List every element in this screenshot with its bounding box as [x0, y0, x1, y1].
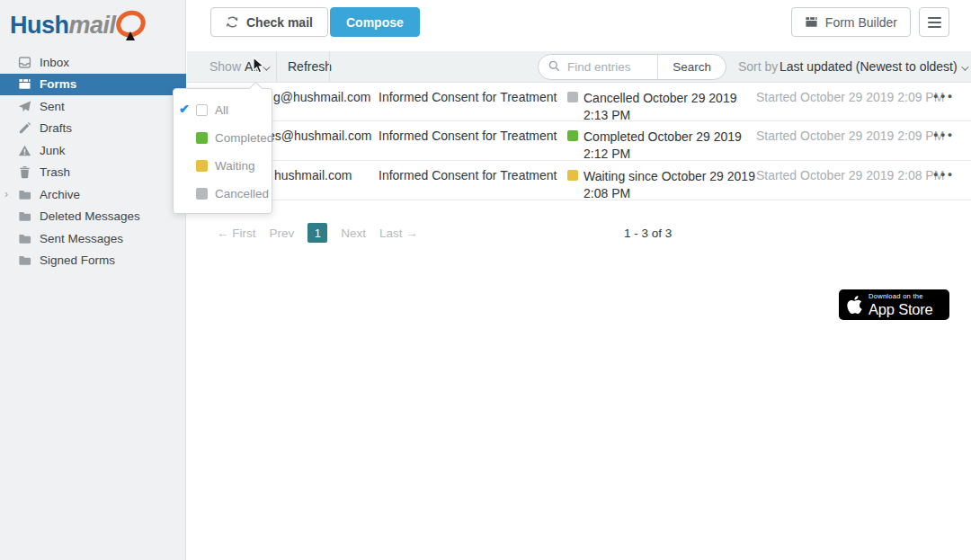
pagination-range: 1 - 3 of 3 — [624, 227, 672, 240]
compose-button[interactable]: Compose — [330, 7, 420, 37]
trash-icon — [17, 165, 31, 180]
inbox-icon — [17, 55, 31, 69]
filter-option-label: Cancelled — [215, 187, 269, 200]
status-swatch-cancelled — [196, 188, 208, 200]
chevron-down-icon — [263, 63, 270, 70]
sidebar-item-drafts[interactable]: Drafts — [0, 118, 186, 140]
sidebar-item-sent[interactable]: Sent — [0, 95, 186, 118]
sort-dropdown[interactable]: Last updated (Newest to oldest) — [779, 59, 967, 74]
entries-toolbar: Show All Refresh Search Sort by Last upd… — [187, 51, 971, 83]
sidebar-item-sent-messages[interactable]: Sent Messages — [0, 227, 186, 250]
sidebar-item-label: Signed Forms — [40, 253, 115, 267]
entry-subject: Informed Consent for Treatment — [379, 90, 557, 104]
sidebar-item-trash[interactable]: Trash — [0, 162, 186, 184]
row-actions-icon[interactable]: ●●● — [933, 92, 955, 101]
send-icon — [17, 99, 31, 113]
entry-status: Cancelled October 29 20192:13 PM — [583, 90, 763, 124]
hamburger-icon — [928, 14, 941, 31]
filter-option-label: Completed — [215, 131, 273, 145]
show-filter-menu: ✔ All Completed Waiting Cancelled — [173, 88, 272, 214]
sidebar-item-signed-forms[interactable]: Signed Forms — [0, 250, 186, 272]
sidebar: Hushmail Inbox Forms — [0, 0, 186, 560]
sidebar-item-label: Junk — [40, 144, 66, 157]
sidebar-item-forms[interactable]: Forms — [0, 74, 186, 96]
entry-email: hushmail.com — [274, 168, 352, 182]
search-icon — [548, 60, 560, 75]
hushmail-app: Hushmail Inbox Forms — [0, 0, 971, 560]
sidebar-item-inbox[interactable]: Inbox — [0, 51, 186, 74]
pencil-icon — [17, 121, 31, 136]
top-header: Check mail Compose Form Builder — [187, 0, 971, 51]
entries-list: g@hushmail.com Informed Consent for Trea… — [187, 83, 971, 200]
entry-started: Started October 29 2019 2:09 PM — [756, 129, 944, 143]
sidebar-item-deleted-messages[interactable]: Deleted Messages — [0, 206, 186, 228]
row-actions-icon[interactable]: ●●● — [933, 130, 955, 139]
status-swatch-completed — [196, 132, 208, 144]
folder-icon — [17, 253, 31, 268]
folder-nav: Inbox Forms Sent Drafts — [0, 51, 186, 271]
app-store-tagline: Download on the — [869, 293, 933, 300]
chevron-right-icon[interactable]: › — [4, 188, 8, 200]
show-label: Show — [209, 59, 241, 74]
status-swatch-cancelled — [567, 92, 578, 102]
search-button[interactable]: Search — [658, 60, 726, 74]
check-mail-button[interactable]: Check mail — [210, 7, 328, 37]
refresh-entries-button[interactable]: Refresh — [288, 59, 332, 74]
pagination-current-page[interactable]: 1 — [307, 223, 327, 243]
refresh-icon — [226, 15, 239, 29]
pagination: ← First Prev 1 Next Last → 1 - 3 of 3 — [187, 223, 971, 250]
folder-icon — [17, 209, 31, 224]
search-input[interactable] — [567, 60, 657, 74]
entry-started: Started October 29 2019 2:09 PM — [756, 90, 944, 104]
warning-icon — [17, 143, 31, 157]
entry-subject: Informed Consent for Treatment — [379, 129, 557, 143]
sidebar-item-label: Inbox — [40, 56, 69, 69]
filter-option-label: Waiting — [215, 159, 255, 173]
sidebar-item-label: Trash — [40, 165, 70, 179]
sidebar-item-archive[interactable]: › Archive — [0, 183, 186, 206]
entry-started: Started October 29 2019 2:08 PM — [756, 168, 944, 182]
sidebar-item-label: Drafts — [40, 121, 72, 135]
entry-email: es@hushmail.com — [268, 129, 371, 143]
filter-option-completed[interactable]: Completed — [174, 124, 272, 152]
status-swatch-waiting — [567, 170, 578, 181]
forms-icon — [17, 77, 31, 92]
logo-wordmark: Hushmail — [10, 12, 116, 40]
filter-option-all[interactable]: ✔ All — [174, 96, 272, 124]
row-actions-icon[interactable]: ●●● — [933, 170, 955, 179]
toolbar-divider — [329, 51, 330, 82]
folder-icon — [17, 187, 31, 201]
entry-row[interactable]: g@hushmail.com Informed Consent for Trea… — [187, 83, 971, 121]
app-store-badge[interactable]: Download on the App Store — [839, 289, 949, 320]
status-swatch-completed — [567, 130, 578, 141]
sort-by-label: Sort by — [738, 59, 778, 74]
entry-subject: Informed Consent for Treatment — [379, 168, 557, 182]
pagination-prev[interactable]: Prev — [270, 227, 295, 240]
folder-icon — [17, 231, 31, 245]
form-builder-button[interactable]: Form Builder — [791, 7, 911, 37]
pagination-last[interactable]: Last → — [379, 227, 418, 240]
hushmail-logo: Hushmail — [10, 10, 150, 40]
pagination-first[interactable]: ← First — [217, 227, 256, 240]
menu-button[interactable] — [919, 7, 949, 37]
sidebar-item-label: Deleted Messages — [40, 209, 140, 223]
keyhole-icon — [114, 10, 150, 40]
sidebar-item-label: Forms — [40, 77, 76, 91]
sidebar-item-label: Sent Messages — [40, 232, 123, 245]
checkbox-icon[interactable] — [196, 104, 208, 116]
entry-status: Waiting since October 29 20192:08 PM — [583, 168, 763, 202]
show-filter-dropdown[interactable]: All — [245, 59, 268, 74]
sidebar-item-junk[interactable]: Junk — [0, 139, 186, 162]
sidebar-item-label: Archive — [40, 188, 80, 201]
pagination-next[interactable]: Next — [341, 227, 366, 240]
entry-row[interactable]: es@hushmail.com Informed Consent for Tre… — [187, 121, 971, 161]
status-swatch-waiting — [196, 160, 208, 172]
filter-option-waiting[interactable]: Waiting — [174, 152, 272, 180]
entry-status: Completed October 29 20192:12 PM — [583, 129, 763, 163]
apple-icon — [847, 296, 862, 314]
entry-row[interactable]: hushmail.com Informed Consent for Treatm… — [187, 161, 971, 200]
search-bar: Search — [538, 54, 726, 80]
toolbar-divider — [276, 51, 277, 82]
entry-email: g@hushmail.com — [273, 90, 370, 104]
filter-option-cancelled[interactable]: Cancelled — [174, 180, 272, 208]
